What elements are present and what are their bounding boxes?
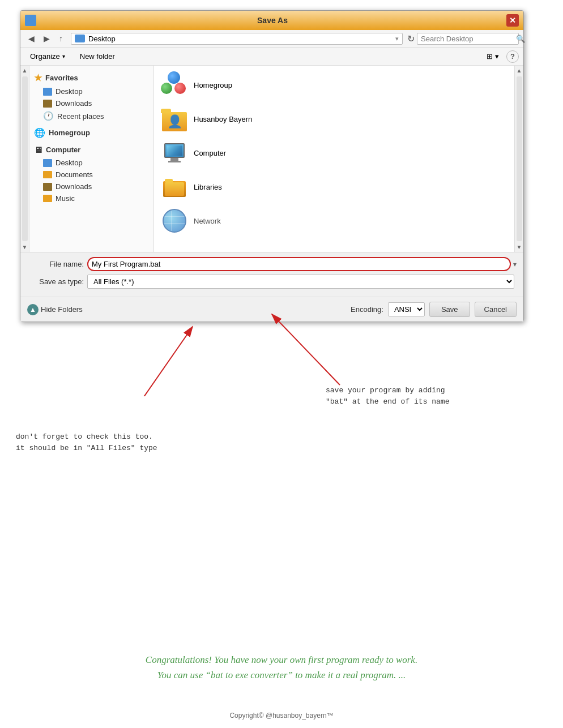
savetype-label: Save as type:: [27, 277, 84, 286]
address-bar[interactable]: Desktop ▾: [71, 33, 403, 45]
downloads-icon: [43, 100, 52, 108]
title-bar: Save As ✕: [20, 11, 523, 30]
computer-header[interactable]: 🖥 Computer: [29, 143, 153, 157]
globe-line1: [164, 216, 185, 217]
computer-section: 🖥 Computer Desktop Documents Downloads: [29, 143, 153, 204]
homegroup-header[interactable]: 🌐 Homegroup: [29, 125, 153, 140]
network-large-icon: [161, 207, 188, 234]
scroll-up-arrow[interactable]: ▲: [20, 66, 29, 75]
search-icon: 🔍: [516, 35, 525, 43]
sidebar-item-downloads[interactable]: Downloads: [29, 97, 153, 109]
globe-line3: [171, 210, 172, 232]
encoding-select[interactable]: ANSI: [388, 302, 425, 316]
forward-button[interactable]: ▶: [40, 32, 53, 45]
file-scroll-up-arrow[interactable]: ▲: [515, 66, 524, 75]
ball-green: [161, 83, 172, 94]
homegroup-icon: 🌐: [34, 127, 45, 138]
navigation-bar: ◀ ▶ ↑ Desktop ▾ ↻ 🔍: [20, 30, 523, 48]
search-input[interactable]: [421, 35, 516, 43]
organize-button[interactable]: Organize ▾: [25, 50, 70, 63]
organize-label: Organize: [30, 52, 60, 61]
computer-file-label: Computer: [194, 149, 226, 157]
cancel-button[interactable]: Cancel: [475, 302, 517, 317]
savetype-select[interactable]: All Files (*.*): [87, 275, 514, 289]
sidebar-item-music[interactable]: Music: [29, 192, 153, 204]
sidebar-item-computer-downloads[interactable]: Downloads: [29, 181, 153, 192]
sidebar-item-computer-desktop[interactable]: Desktop: [29, 157, 153, 169]
hide-folders-label: Hide Folders: [41, 305, 83, 314]
sidebar-item-recent-places[interactable]: 🕐 Recent places: [29, 109, 153, 123]
save-as-dialog: Save As ✕ ◀ ▶ ↑ Desktop ▾ ↻ 🔍 Organize ▾…: [20, 10, 524, 322]
back-button[interactable]: ◀: [25, 32, 38, 45]
music-icon: [43, 195, 52, 202]
sidebar-item-desktop[interactable]: Desktop: [29, 85, 153, 97]
sidebar-item-documents[interactable]: Documents: [29, 169, 153, 181]
favorites-header[interactable]: ★ Favorites: [29, 70, 153, 85]
filename-input[interactable]: [87, 257, 511, 271]
star-icon: ★: [34, 72, 42, 83]
annotation-text-2: save your program by adding"bat" at the …: [326, 386, 449, 406]
copyright: Copyright© @husanboy_bayern™: [0, 712, 563, 720]
libraries-large-icon: [161, 173, 188, 200]
annotation-save-program: save your program by adding"bat" at the …: [326, 385, 449, 407]
monitor-graphic: [164, 143, 185, 158]
file-item-husanboy[interactable]: 👤 Husanboy Bayern: [154, 102, 514, 136]
computer-downloads-icon: [43, 183, 52, 191]
network-file-label: Network: [194, 217, 221, 225]
favorites-section: ★ Favorites Desktop Downloads 🕐 Recent p…: [29, 70, 153, 123]
monitor-base: [168, 161, 181, 162]
homegroup-file-label: Homegroup: [194, 81, 232, 89]
lib-folder-front: [165, 182, 184, 196]
new-folder-button[interactable]: New folder: [75, 50, 120, 63]
help-button[interactable]: ?: [506, 50, 519, 63]
file-item-libraries[interactable]: Libraries: [154, 170, 514, 204]
husanboy-file-label: Husanboy Bayern: [194, 115, 252, 123]
computer-large-icon: [161, 139, 188, 166]
file-item-computer[interactable]: Computer: [154, 136, 514, 170]
refresh-button[interactable]: ↻: [407, 33, 415, 44]
congrats-text: Congratulations! You have now your own f…: [0, 652, 563, 683]
scroll-down-arrow[interactable]: ▼: [20, 242, 29, 252]
file-item-homegroup[interactable]: Homegroup: [154, 68, 514, 102]
computer-label: Computer: [46, 145, 80, 154]
computer-desktop-label: Desktop: [56, 159, 83, 167]
globe-graphic: [163, 209, 186, 233]
homegroup-section: 🌐 Homegroup: [29, 125, 153, 140]
computer-downloads-label: Downloads: [56, 182, 92, 191]
file-view-scrollbar[interactable]: ▲ ▼: [514, 66, 523, 252]
music-label: Music: [56, 194, 75, 203]
new-folder-label: New folder: [80, 52, 115, 61]
footer-right: Encoding: ANSI Save Cancel: [351, 302, 517, 317]
hide-folders-button[interactable]: ▲ Hide Folders: [27, 304, 83, 315]
desktop-icon: [43, 88, 52, 96]
dialog-title: Save As: [39, 16, 506, 25]
svg-line-0: [125, 327, 193, 396]
svg-line-1: [272, 314, 340, 385]
globe-line2: [164, 223, 185, 224]
scroll-track: [22, 76, 28, 241]
filename-row: File name: ▾: [27, 257, 517, 271]
address-chevron-icon: ▾: [395, 35, 399, 42]
annotation-dont-forget: don't forget to check this too.it should…: [16, 431, 157, 453]
close-button[interactable]: ✕: [506, 14, 519, 27]
encoding-label: Encoding:: [351, 305, 383, 314]
documents-icon: [43, 171, 52, 178]
homegroup-balls-graphic: [161, 71, 188, 99]
view-options-button[interactable]: ⊞ ▾: [483, 50, 503, 63]
search-box: 🔍: [417, 33, 519, 45]
folder-user-large-icon: 👤: [161, 105, 188, 132]
file-scroll-down-arrow[interactable]: ▼: [515, 242, 524, 252]
recent-places-icon: 🕐: [43, 111, 54, 121]
organize-chevron-icon: ▾: [62, 53, 65, 59]
up-button[interactable]: ↑: [56, 32, 66, 45]
libraries-file-label: Libraries: [194, 183, 222, 191]
homegroup-large-icon: [161, 71, 188, 99]
save-button[interactable]: Save: [429, 302, 470, 317]
ball-red: [174, 83, 186, 94]
sidebar-scrollbar[interactable]: ▲ ▼: [20, 66, 29, 252]
homegroup-label: Homegroup: [49, 129, 90, 137]
copyright-text: Copyright© @husanboy_bayern™: [229, 712, 333, 720]
file-item-network[interactable]: Network: [154, 204, 514, 238]
ball-blue: [168, 71, 180, 84]
libraries-stack-graphic: [162, 177, 187, 197]
